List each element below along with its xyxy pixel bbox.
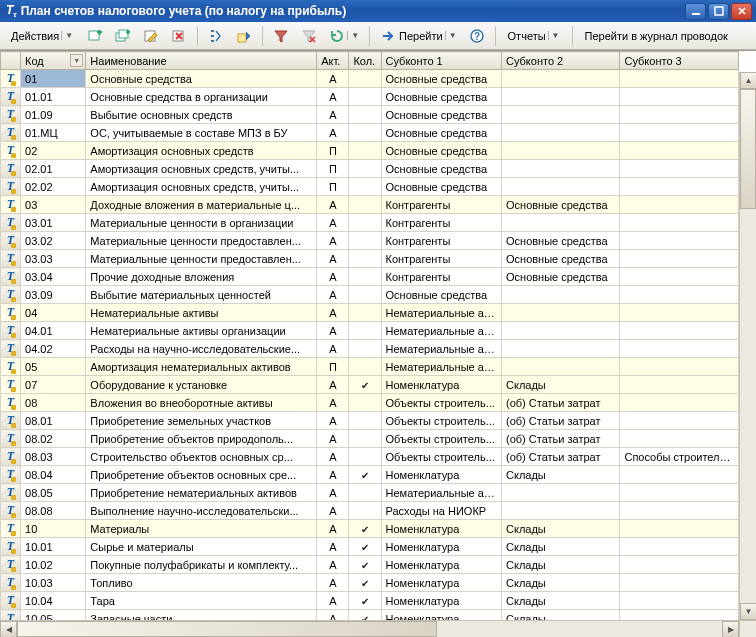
cell-sub2[interactable]: Склады [502,556,620,574]
cell-code[interactable]: 10.04 [21,592,86,610]
table-row[interactable]: T03Доходные вложения в материальные ц...… [1,196,739,214]
cell-sub2[interactable]: (об) Статьи затрат [502,412,620,430]
vertical-scrollbar[interactable]: ▲ ▼ [739,72,756,620]
cell-sub2[interactable] [502,484,620,502]
table-row[interactable]: T01.09Выбытие основных средствАОсновные … [1,106,739,124]
cell-kol[interactable] [349,250,381,268]
cell-sub1[interactable]: Основные средства [381,178,501,196]
cell-akt[interactable]: А [317,520,349,538]
table-row[interactable]: T01.МЦОС, учитываемые в составе МПЗ в БУ… [1,124,739,142]
cell-kol[interactable] [349,142,381,160]
cell-name[interactable]: Приобретение земельных участков [86,412,317,430]
cell-kol[interactable] [349,394,381,412]
cell-code[interactable]: 01.МЦ [21,124,86,142]
cell-sub2[interactable]: Склады [502,466,620,484]
cell-sub1[interactable]: Нематериальные ак... [381,304,501,322]
cell-code[interactable]: 08.02 [21,430,86,448]
scroll-left-button[interactable]: ◀ [0,621,17,637]
cell-sub3[interactable] [620,268,739,286]
cell-sub3[interactable] [620,70,739,88]
cell-sub3[interactable] [620,322,739,340]
cell-akt[interactable]: А [317,214,349,232]
cell-sub1[interactable]: Основные средства [381,70,501,88]
table-row[interactable]: T10.03ТопливоА✔НоменклатураСклады [1,574,739,592]
table-row[interactable]: T08.01Приобретение земельных участковАОб… [1,412,739,430]
cell-sub2[interactable] [502,124,620,142]
cell-sub2[interactable] [502,178,620,196]
col-sub3[interactable]: Субконто 3 [620,52,739,70]
cell-kol[interactable] [349,268,381,286]
table-row[interactable]: T08.02Приобретение объектов природополь.… [1,430,739,448]
cell-akt[interactable]: А [317,106,349,124]
cell-akt[interactable]: А [317,376,349,394]
cell-code[interactable]: 01.01 [21,88,86,106]
cell-name[interactable]: Выполнение научно-исследовательски... [86,502,317,520]
cell-kol[interactable]: ✔ [349,466,381,484]
col-sub2[interactable]: Субконто 2 [502,52,620,70]
move-button[interactable] [231,25,257,47]
cell-name[interactable]: Доходные вложения в материальные ц... [86,196,317,214]
cell-kol[interactable] [349,106,381,124]
scroll-thumb[interactable] [17,621,437,637]
cell-kol[interactable] [349,340,381,358]
cell-akt[interactable]: А [317,232,349,250]
cell-kol[interactable]: ✔ [349,376,381,394]
cell-kol[interactable] [349,214,381,232]
table-row[interactable]: T03.04Прочие доходные вложенияАКонтраген… [1,268,739,286]
cell-akt[interactable]: А [317,484,349,502]
cell-akt[interactable]: А [317,322,349,340]
cell-akt[interactable]: А [317,412,349,430]
cell-name[interactable]: Амортизация основных средств, учиты... [86,178,317,196]
cell-kol[interactable] [349,502,381,520]
cell-name[interactable]: Приобретение нематериальных активов [86,484,317,502]
cell-sub3[interactable] [620,88,739,106]
cell-sub1[interactable]: Нематериальные ак... [381,340,501,358]
table-row[interactable]: T01Основные средстваАОсновные средства [1,70,739,88]
cell-sub2[interactable] [502,106,620,124]
cell-kol[interactable] [349,124,381,142]
cell-sub2[interactable]: (об) Статьи затрат [502,430,620,448]
chevron-down-icon[interactable]: ▼ [70,54,83,67]
cell-sub3[interactable] [620,178,739,196]
cell-kol[interactable] [349,160,381,178]
scroll-up-button[interactable]: ▲ [740,72,756,89]
cell-sub2[interactable] [502,160,620,178]
cell-sub1[interactable]: Объекты строитель... [381,394,501,412]
cell-kol[interactable]: ✔ [349,574,381,592]
cell-kol[interactable]: ✔ [349,520,381,538]
cell-sub3[interactable] [620,376,739,394]
cell-sub2[interactable] [502,142,620,160]
cell-sub3[interactable] [620,412,739,430]
cell-sub2[interactable] [502,304,620,322]
cell-code[interactable]: 08 [21,394,86,412]
cell-name[interactable]: Основные средства в организации [86,88,317,106]
scroll-thumb[interactable] [740,89,756,209]
cell-name[interactable]: Приобретение объектов основных сре... [86,466,317,484]
cell-sub2[interactable]: Склады [502,376,620,394]
cell-sub3[interactable] [620,214,739,232]
cell-code[interactable]: 03.03 [21,250,86,268]
clear-filter-button[interactable] [296,25,322,47]
cell-sub2[interactable]: Основные средства [502,268,620,286]
cell-name[interactable]: Топливо [86,574,317,592]
cell-sub1[interactable]: Объекты строитель... [381,412,501,430]
cell-code[interactable]: 10 [21,520,86,538]
cell-code[interactable]: 10.01 [21,538,86,556]
cell-akt[interactable]: П [317,142,349,160]
cell-sub1[interactable]: Нематериальные ак... [381,484,501,502]
cell-kol[interactable] [349,322,381,340]
cell-akt[interactable]: А [317,448,349,466]
cell-code[interactable]: 04.01 [21,322,86,340]
cell-sub1[interactable]: Основные средства [381,88,501,106]
cell-name[interactable]: Строительство объектов основных ср... [86,448,317,466]
cell-sub3[interactable] [620,592,739,610]
cell-code[interactable]: 03.09 [21,286,86,304]
cell-sub1[interactable]: Нематериальные ак... [381,358,501,376]
cell-sub2[interactable]: Склады [502,538,620,556]
table-row[interactable]: T01.01Основные средства в организацииАОс… [1,88,739,106]
cell-name[interactable]: ОС, учитываемые в составе МПЗ в БУ [86,124,317,142]
cell-code[interactable]: 04 [21,304,86,322]
cell-code[interactable]: 01 [21,70,86,88]
cell-code[interactable]: 03.04 [21,268,86,286]
cell-sub2[interactable] [502,358,620,376]
